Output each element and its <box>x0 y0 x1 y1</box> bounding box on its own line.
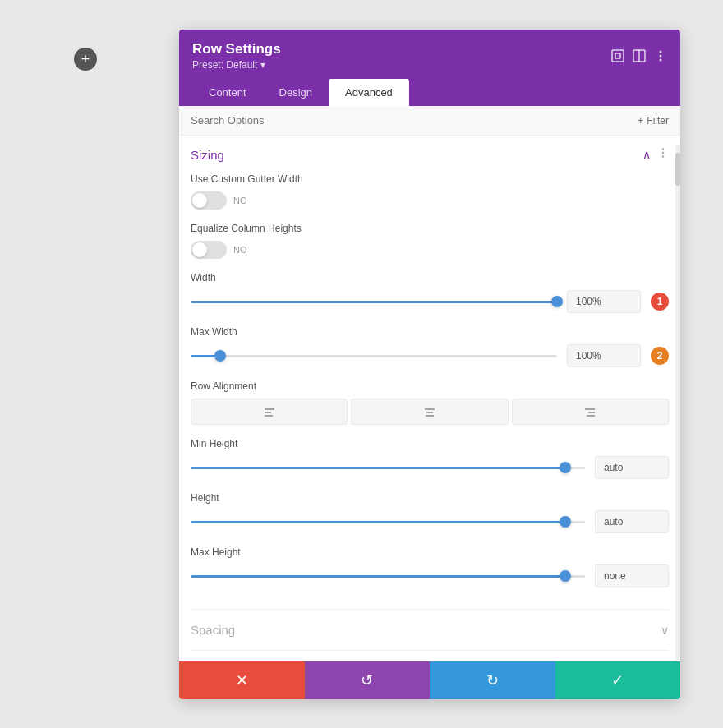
row-settings-panel: Row Settings Preset: Default ▾ <box>179 30 680 699</box>
filter-label: Filter <box>647 115 669 127</box>
bottom-toolbar: ✕ ↺ ↻ ✓ <box>179 661 680 699</box>
tab-design[interactable]: Design <box>263 79 329 106</box>
row-alignment-setting: Row Alignment <box>191 380 669 425</box>
focus-icon[interactable] <box>611 49 624 62</box>
row-alignment-label: Row Alignment <box>191 380 669 392</box>
header-icons <box>611 49 667 62</box>
equalize-heights-toggle[interactable] <box>191 241 227 259</box>
max-width-setting: Max Width 100% 2 <box>191 326 669 367</box>
spacing-title: Spacing <box>191 623 235 637</box>
width-setting: Width 100% 1 <box>191 272 669 313</box>
svg-point-9 <box>662 155 665 158</box>
border-section[interactable]: Border ∨ <box>191 651 669 661</box>
max-height-label: Max Height <box>191 546 669 558</box>
svg-point-8 <box>662 152 665 154</box>
max-height-value[interactable]: none <box>595 564 669 587</box>
max-height-slider[interactable] <box>191 568 585 584</box>
toggle-knob-2 <box>192 242 207 257</box>
spacing-section[interactable]: Spacing ∨ <box>191 610 669 651</box>
min-height-setting: Min Height auto <box>191 438 669 479</box>
scroll-thumb <box>675 153 680 186</box>
custom-gutter-setting: Use Custom Gutter Width NO <box>191 173 669 210</box>
svg-point-6 <box>660 59 662 62</box>
spacing-chevron-icon: ∨ <box>661 624 669 637</box>
cancel-icon: ✕ <box>236 671 248 689</box>
search-input[interactable] <box>191 114 638 127</box>
tabs: Content Design Advanced <box>192 79 667 106</box>
svg-rect-1 <box>615 53 620 58</box>
cancel-button[interactable]: ✕ <box>179 661 305 699</box>
custom-gutter-toggle-label: NO <box>233 196 247 205</box>
tab-content[interactable]: Content <box>192 79 263 106</box>
settings-content: Sizing ∧ Use Custom Gutter Width <box>179 136 680 661</box>
toggle-knob <box>192 193 207 208</box>
undo-icon: ↺ <box>361 671 373 689</box>
max-height-setting: Max Height none <box>191 546 669 587</box>
width-value[interactable]: 100% <box>567 290 641 313</box>
search-bar: + Filter <box>179 106 680 136</box>
equalize-heights-toggle-label: NO <box>233 245 247 255</box>
section-more-icon[interactable] <box>657 147 669 162</box>
min-height-label: Min Height <box>191 438 669 449</box>
max-width-label: Max Width <box>191 326 669 338</box>
filter-icon: + <box>638 115 643 127</box>
svg-point-4 <box>660 51 662 53</box>
height-label: Height <box>191 492 669 504</box>
add-element-button[interactable]: + <box>74 48 97 71</box>
redo-icon: ↻ <box>486 671 499 689</box>
panel-preset[interactable]: Preset: Default ▾ <box>192 59 281 71</box>
equalize-heights-setting: Equalize Column Heights NO <box>191 223 669 259</box>
min-height-slider[interactable] <box>191 459 585 476</box>
svg-rect-0 <box>612 50 624 62</box>
align-right-button[interactable] <box>512 399 669 425</box>
align-left-button[interactable] <box>191 399 348 425</box>
max-width-badge: 2 <box>651 347 669 365</box>
panel-title: Row Settings <box>192 41 281 58</box>
align-center-button[interactable] <box>351 399 508 425</box>
scrollbar[interactable] <box>675 145 680 661</box>
panel-header: Row Settings Preset: Default ▾ <box>179 30 680 106</box>
more-options-icon[interactable] <box>654 49 667 62</box>
sizing-section: Sizing ∧ Use Custom Gutter Width <box>191 136 669 610</box>
svg-point-5 <box>660 55 662 58</box>
max-width-slider[interactable] <box>191 348 557 364</box>
min-height-value[interactable]: auto <box>595 456 669 479</box>
width-slider[interactable] <box>191 293 557 310</box>
redo-button[interactable]: ↻ <box>430 661 555 699</box>
filter-button[interactable]: + Filter <box>638 115 669 127</box>
save-icon: ✓ <box>611 671 624 689</box>
undo-button[interactable]: ↺ <box>305 661 431 699</box>
custom-gutter-toggle[interactable] <box>191 191 227 210</box>
svg-point-7 <box>662 148 665 150</box>
plus-icon: + <box>81 51 90 68</box>
tab-advanced[interactable]: Advanced <box>329 79 409 106</box>
save-button[interactable]: ✓ <box>555 661 681 699</box>
panel-title-group: Row Settings Preset: Default ▾ <box>192 41 281 71</box>
height-setting: Height auto <box>191 492 669 533</box>
layout-icon[interactable] <box>633 49 646 62</box>
max-width-value[interactable]: 100% <box>567 344 641 367</box>
width-label: Width <box>191 272 669 283</box>
height-value[interactable]: auto <box>595 510 669 533</box>
equalize-heights-label: Equalize Column Heights <box>191 223 669 234</box>
collapse-icon[interactable]: ∧ <box>642 148 651 161</box>
custom-gutter-label: Use Custom Gutter Width <box>191 173 669 185</box>
alignment-buttons <box>191 399 669 425</box>
sizing-title: Sizing <box>191 148 224 162</box>
width-badge: 1 <box>651 293 669 311</box>
section-controls: ∧ <box>642 147 669 162</box>
height-slider[interactable] <box>191 514 585 530</box>
